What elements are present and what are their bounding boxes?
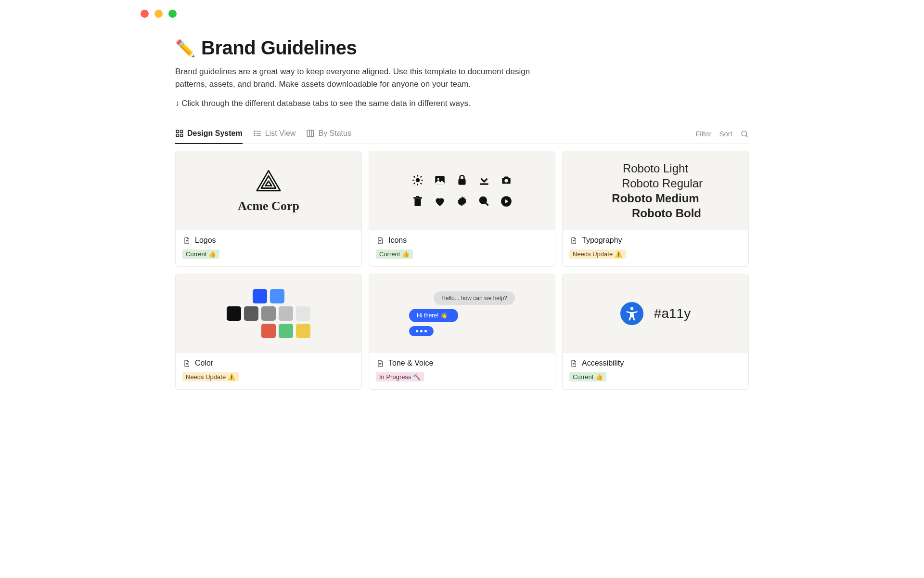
svg-rect-2 [176,134,179,136]
tab-label: By Status [318,129,351,138]
card-cover [176,274,361,353]
maximize-window-icon[interactable] [168,10,177,18]
swatch-row [253,289,284,303]
svg-point-27 [437,178,439,180]
svg-rect-1 [180,130,183,132]
svg-rect-3 [180,134,183,136]
chat-bubble-outgoing: Hi there! 👋 [409,309,458,322]
card-title: Icons [388,236,407,245]
color-swatch [261,324,276,338]
svg-line-23 [421,183,422,184]
swatch-row [227,306,310,321]
svg-line-22 [414,176,415,177]
page-icon [569,359,578,368]
tab-list-view[interactable]: List View [253,124,296,144]
svg-line-24 [414,183,415,184]
accessibility-icon [620,302,643,325]
trash-icon [411,195,424,208]
card-cover: Roboto Light Roboto Regular Roboto Mediu… [563,151,748,230]
status-badge: Needs Update ⚠️ [569,250,626,259]
gallery-view-icon [175,129,184,138]
page-hint[interactable]: ↓ Click through the different database t… [175,99,749,108]
color-swatch [261,306,276,321]
board-view-icon [306,129,315,138]
window-traffic-lights [128,10,796,37]
color-swatch [296,306,310,321]
brand-wordmark: Acme Corp [238,199,299,213]
sun-icon [411,174,424,186]
download-icon [478,174,490,186]
list-view-icon [253,129,262,138]
card-accessibility[interactable]: #a11y Accessibility Current 👍 [562,274,749,390]
lock-icon [456,174,468,186]
card-title: Logos [195,236,216,245]
svg-line-36 [486,203,488,206]
svg-rect-28 [458,179,465,185]
svg-point-35 [480,197,486,203]
svg-point-30 [504,179,508,182]
card-cover [369,151,555,230]
page-description[interactable]: Brand guidelines are a great way to keep… [175,66,551,90]
svg-point-8 [254,135,255,136]
color-swatch [279,324,293,338]
svg-point-13 [742,131,747,136]
svg-rect-31 [415,199,421,206]
card-title: Typography [582,236,622,245]
type-sample-light: Roboto Light [623,162,688,175]
svg-point-46 [630,307,633,310]
heart-icon [434,195,446,208]
typing-indicator-icon [409,326,434,336]
a11y-hashtag: #a11y [654,306,691,321]
card-icons[interactable]: Icons Current 👍 [369,151,555,267]
page-icon [376,236,384,245]
play-icon [500,195,513,208]
type-sample-regular: Roboto Regular [622,177,703,190]
chat-bubble-incoming: Hello... how can we help? [434,291,515,305]
card-logos[interactable]: Acme Corp Logos Current 👍 [175,151,362,267]
penrose-logo-icon [256,168,282,194]
svg-line-14 [746,135,748,137]
svg-rect-33 [416,196,420,197]
color-swatch [244,306,258,321]
magnify-icon [478,195,490,208]
status-badge: Needs Update ⚠️ [182,372,239,381]
sort-button[interactable]: Sort [719,130,732,138]
color-swatch [279,306,293,321]
gallery-grid: Acme Corp Logos Current 👍 [175,151,749,390]
tab-by-status[interactable]: By Status [306,124,351,144]
svg-rect-29 [480,184,488,185]
status-badge: In Progress 🔨 [376,372,424,381]
tab-label: List View [265,129,296,138]
database-tabs-row: Design System List View [175,124,749,144]
card-cover: #a11y [563,274,748,353]
minimize-window-icon[interactable] [154,10,163,18]
svg-rect-32 [413,197,422,198]
status-badge: Current 👍 [182,250,219,259]
page-icon[interactable]: ✏️ [175,39,195,58]
image-icon [434,174,446,186]
card-title: Tone & Voice [388,359,433,368]
card-cover: Acme Corp [176,151,361,230]
type-sample-bold: Roboto Bold [632,207,701,220]
filter-button[interactable]: Filter [695,130,711,138]
close-window-icon[interactable] [141,10,149,18]
page-icon [376,359,384,368]
card-cover: Hello... how can we help? Hi there! 👋 [369,274,555,353]
svg-rect-0 [176,130,179,132]
color-swatch [227,306,241,321]
card-typography[interactable]: Roboto Light Roboto Regular Roboto Mediu… [562,151,749,267]
svg-point-6 [254,133,255,134]
search-icon[interactable] [740,130,749,138]
card-title: Accessibility [582,359,624,368]
svg-point-4 [254,131,255,131]
status-badge: Current 👍 [376,250,413,259]
svg-point-17 [416,178,420,183]
card-tone-voice[interactable]: Hello... how can we help? Hi there! 👋 [369,274,555,390]
card-color[interactable]: Color Needs Update ⚠️ [175,274,362,390]
tab-design-system[interactable]: Design System [175,124,243,144]
status-badge: Current 👍 [569,372,606,381]
tab-label: Design System [187,129,243,138]
page-title[interactable]: Brand Guidelines [201,37,357,59]
svg-line-25 [421,176,422,177]
camera-icon [500,174,513,186]
